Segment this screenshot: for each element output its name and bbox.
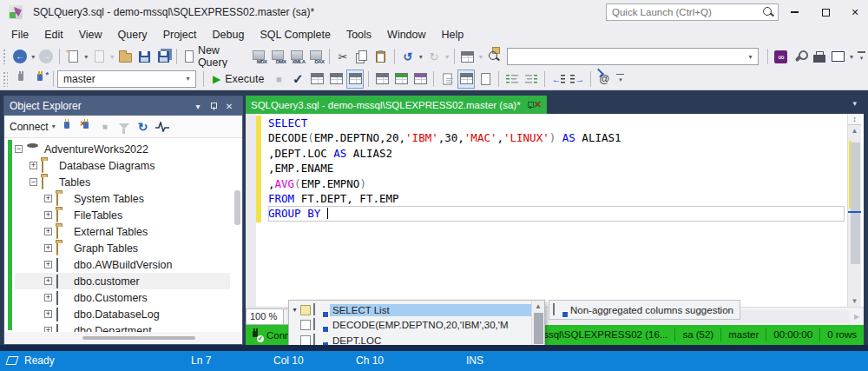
tree-item-tables[interactable]: −Tables: [15, 174, 230, 190]
new-query-button[interactable]: New Query: [181, 47, 248, 66]
new-dax-query-button[interactable]: DAX: [307, 47, 325, 66]
toolbox-button[interactable]: [811, 47, 828, 66]
new-dmx-query-button[interactable]: DMX: [269, 47, 286, 66]
new-xmla-query-button[interactable]: XMLA: [288, 47, 306, 66]
code-line-4[interactable]: ,EMP.ENAME: [268, 161, 845, 176]
open-file-button[interactable]: [116, 47, 134, 66]
tree-item-dbo-customer[interactable]: +dbo.customer: [15, 273, 230, 289]
activity-monitor-button[interactable]: [153, 118, 172, 136]
copy-button[interactable]: [353, 47, 371, 66]
query-options-button[interactable]: [327, 70, 345, 89]
quick-launch-input[interactable]: [607, 7, 762, 17]
scroll-down-icon[interactable]: ▼: [848, 295, 861, 307]
oe-refresh-button[interactable]: ↻: [134, 118, 153, 136]
menu-tools[interactable]: Tools: [339, 26, 379, 43]
toolbar-grip[interactable]: [3, 49, 7, 64]
code-line-2[interactable]: DECODE(EMP.DEPTNO,20,'IBM',30,'MAC','LIN…: [268, 130, 845, 145]
undo-button[interactable]: ↺: [399, 47, 417, 66]
menu-window[interactable]: Window: [379, 26, 433, 43]
new-mdx-query-button[interactable]: MDX: [250, 47, 267, 66]
code-line-6[interactable]: FROM FT.DEPT, FT.EMP: [268, 191, 845, 206]
command-window-dropdown[interactable]: ▾: [848, 53, 855, 61]
menu-view[interactable]: View: [71, 26, 110, 43]
code-line-1[interactable]: SELECT: [268, 116, 845, 130]
tree-item-graph-tables[interactable]: +Graph Tables: [15, 240, 230, 256]
code-line-3[interactable]: ,DEPT.LOC AS ALIAS2: [268, 146, 845, 161]
tree-item-dbo-awbuildversion[interactable]: +dbo.AWBuildVersion: [15, 256, 230, 273]
menu-query[interactable]: Query: [110, 26, 155, 43]
tree-item-dbo-department[interactable]: +dbo.Department: [15, 322, 230, 332]
oe-connect-button[interactable]: [57, 118, 76, 136]
command-window-button[interactable]: [830, 47, 847, 66]
include-actual-plan-button[interactable]: [373, 70, 391, 89]
comment-button[interactable]: [503, 70, 521, 89]
popup-scrollbar-thumb[interactable]: [534, 313, 543, 344]
panel-pin-button[interactable]: [206, 102, 221, 111]
execute-button[interactable]: ▶ Execute: [208, 70, 268, 89]
database-combobox[interactable]: master ▾: [57, 70, 196, 88]
collapse-icon[interactable]: −: [15, 145, 23, 153]
toolbar-grip-2[interactable]: [3, 71, 8, 87]
code-line-5[interactable]: ,AVG(EMP.EMPNO): [268, 176, 845, 191]
toolbar2-overflow-button[interactable]: ▾: [616, 74, 624, 84]
suggestion-decode-emp-deptno-20-ibm-30-m[interactable]: DECODE(EMP.DEPTNO,20,'IBM',30,'M: [289, 318, 531, 334]
database-combobox-dropdown[interactable]: ▾: [181, 71, 195, 87]
navigate-history-button[interactable]: [459, 47, 477, 66]
suggestion-checkbox[interactable]: [300, 335, 311, 346]
save-button[interactable]: [135, 47, 153, 66]
expand-icon[interactable]: +: [44, 277, 52, 285]
find-in-files-button[interactable]: [485, 47, 503, 66]
navigate-back-dropdown[interactable]: ▾: [30, 53, 36, 61]
oe-disconnect-button[interactable]: ✕: [76, 118, 95, 136]
group-expander-icon[interactable]: ▾: [289, 306, 300, 314]
oe-horizontal-scrollbar[interactable]: [4, 332, 242, 344]
expand-icon[interactable]: +: [44, 294, 52, 301]
expand-icon[interactable]: +: [44, 195, 52, 202]
parse-button[interactable]: ✓: [289, 70, 306, 89]
suggestion-checkbox[interactable]: [300, 320, 311, 330]
intellisense-toggle-button[interactable]: [346, 70, 364, 89]
find-combobox-dropdown[interactable]: ▾: [743, 49, 758, 64]
tree-item-dbo-customers[interactable]: +dbo.Customers: [15, 289, 230, 306]
estimated-plan-button[interactable]: [308, 70, 326, 89]
tab-close-icon[interactable]: ✕: [534, 99, 542, 110]
connect-button[interactable]: Connect: [10, 121, 49, 133]
change-connection-button[interactable]: *: [31, 70, 49, 89]
connect-dropdown[interactable]: ▾: [50, 123, 57, 130]
tree-item-database-diagrams[interactable]: +Database Diagrams: [15, 157, 230, 174]
navigate-back-button[interactable]: ←: [11, 47, 29, 66]
menu-debug[interactable]: Debug: [205, 26, 253, 43]
tools-button[interactable]: [792, 47, 809, 66]
menu-edit[interactable]: Edit: [36, 26, 71, 43]
popup-scroll-up-icon[interactable]: ▲: [532, 301, 544, 312]
panel-close-button[interactable]: ✕: [221, 102, 237, 111]
zoom-level-value[interactable]: 100 %: [246, 308, 284, 325]
document-list-chevron-icon[interactable]: ▾: [852, 99, 857, 108]
live-query-stats-button[interactable]: [392, 70, 410, 89]
suggestion-checkbox[interactable]: [300, 305, 311, 315]
expand-icon[interactable]: +: [44, 228, 52, 235]
split-handle[interactable]: ↕: [848, 114, 861, 125]
uncomment-button[interactable]: [523, 70, 540, 89]
new-file-button[interactable]: *: [64, 47, 82, 66]
results-to-file-button[interactable]: [477, 70, 494, 89]
menu-project[interactable]: Project: [155, 26, 205, 43]
close-button[interactable]: ✕: [842, 0, 868, 24]
save-all-button[interactable]: [155, 47, 172, 66]
find-combobox[interactable]: ▾: [507, 48, 759, 65]
tree-item-adventureworks2022[interactable]: −AdventureWorks2022: [15, 141, 230, 157]
suggestion-select-list[interactable]: ▾SELECT List: [289, 302, 531, 318]
menu-help[interactable]: Help: [434, 26, 472, 43]
quick-launch[interactable]: [606, 3, 779, 21]
panel-position-dropdown[interactable]: ▾: [190, 102, 206, 111]
minimize-button[interactable]: [781, 0, 807, 24]
results-to-text-button[interactable]: [438, 70, 456, 89]
toolbar-overflow-button[interactable]: ▾: [858, 51, 865, 62]
expand-icon[interactable]: +: [30, 162, 37, 169]
code-line-7[interactable]: GROUP BY: [268, 206, 845, 221]
menu-file[interactable]: File: [3, 26, 36, 43]
increase-indent-button[interactable]: →: [569, 70, 586, 89]
template-parameters-button[interactable]: @: [595, 70, 613, 89]
oe-vertical-scrollbar[interactable]: [234, 190, 240, 225]
expand-icon[interactable]: +: [44, 211, 52, 219]
